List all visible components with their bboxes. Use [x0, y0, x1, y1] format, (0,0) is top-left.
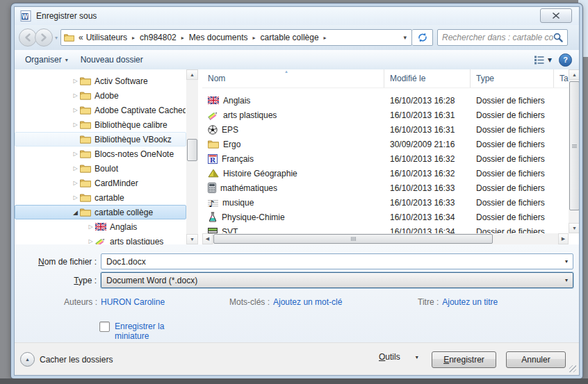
- scroll-right-button[interactable]: ▶: [558, 233, 569, 244]
- file-row-musique[interactable]: musique 16/10/2013 16:33 Dossier de fich…: [202, 195, 569, 210]
- column-header-name[interactable]: Nom ▲: [202, 69, 384, 87]
- expander-icon[interactable]: ▷: [71, 180, 80, 186]
- list-horizontal-scrollbar[interactable]: ◀ ▶: [202, 233, 569, 244]
- expander-icon[interactable]: ▷: [71, 107, 80, 113]
- tree-item-arts-plastiques[interactable]: ▷ arts plastiques: [15, 234, 186, 244]
- expander-icon[interactable]: ▷: [71, 92, 80, 99]
- breadcrumb-users[interactable]: Utilisateurs ▸: [86, 33, 140, 42]
- tree-item-blocs-notes-onenote[interactable]: ▷ Blocs-notes OneNote: [15, 147, 186, 161]
- save-button[interactable]: Enregistrer: [432, 351, 496, 368]
- search-input[interactable]: Rechercher dans : cartable coll...: [442, 33, 553, 42]
- expander-icon[interactable]: ▷: [71, 194, 80, 201]
- scroll-up-button[interactable]: ▲: [569, 69, 579, 80]
- browse-area: ▷ Activ Software ▷ Adobe ▷ Adobe Captiva…: [15, 69, 579, 244]
- tree-item-anglais[interactable]: ▷ Anglais: [15, 219, 186, 234]
- cancel-button[interactable]: Annuler: [506, 351, 566, 368]
- save-as-dialog: Enregistrer sous ▾ « Utilisat: [11, 3, 582, 378]
- scroll-down-button[interactable]: ▼: [186, 234, 198, 244]
- file-row-ergo[interactable]: Ergo 30/09/2009 21:16 Dossier de fichier…: [202, 137, 569, 151]
- filetype-select[interactable]: Document Word (*.docx) ▾: [101, 272, 573, 288]
- address-bar[interactable]: « Utilisateurs ▸ ch984802 ▸ Mes document…: [60, 29, 412, 46]
- file-row-francais[interactable]: Français 16/10/2013 16:32 Dossier de fic…: [202, 151, 569, 166]
- title-bar[interactable]: Enregistrer sous: [15, 7, 579, 26]
- expander-icon[interactable]: ▷: [71, 165, 80, 172]
- file-row-histoire-geographie[interactable]: Histoire Géographie 16/10/2013 16:32 Dos…: [202, 166, 569, 181]
- crumb-separator-icon[interactable]: ▸: [181, 35, 184, 41]
- crumb-separator-icon[interactable]: ▸: [132, 35, 135, 41]
- expander-icon[interactable]: ▷: [86, 224, 95, 230]
- expander-icon[interactable]: ▷: [71, 78, 80, 84]
- list-scrollbar-thumb[interactable]: [569, 81, 579, 210]
- file-rows: Anglais 16/10/2013 16:28 Dossier de fich…: [202, 93, 569, 233]
- crumb-separator-icon[interactable]: ▸: [253, 35, 256, 41]
- tree-item-adobe-captivate[interactable]: ▷ Adobe Captivate Cached Pro: [15, 103, 186, 117]
- collapsed-crumbs-chevron[interactable]: «: [79, 33, 83, 42]
- tree-item-bibliotheque-vbookz[interactable]: Bibliothèque VBookz: [15, 132, 186, 147]
- chevron-down-icon: ▾: [416, 354, 418, 360]
- scroll-down-button[interactable]: ▼: [569, 223, 579, 233]
- file-row-mathematiques[interactable]: mathématiques 16/10/2013 16:33 Dossier d…: [202, 181, 569, 195]
- save-options-pane: Nom de fichier : Doc1.docx ▾ Type : Docu…: [15, 244, 579, 344]
- tree-item-boulot[interactable]: ▷ Boulot: [15, 161, 186, 176]
- file-row-anglais[interactable]: Anglais 16/10/2013 16:28 Dossier de fich…: [202, 93, 569, 108]
- organize-button[interactable]: Organiser ▾: [19, 51, 74, 68]
- title-value[interactable]: Ajoutez un titre: [442, 297, 498, 307]
- forward-arrow-icon: [38, 32, 49, 43]
- background-bottom-strip: [0, 378, 588, 384]
- address-dropdown-icon[interactable]: ▾: [403, 34, 407, 41]
- letter-r-icon: [208, 154, 218, 164]
- tree-item-cartable-college[interactable]: ◢ cartable collège: [15, 205, 186, 219]
- expander-icon[interactable]: ▷: [71, 151, 80, 157]
- collapse-up-icon[interactable]: ▲: [20, 352, 35, 367]
- authors-value[interactable]: HURON Caroline: [101, 297, 165, 307]
- expander-icon[interactable]: ▷: [86, 238, 95, 244]
- chevron-down-icon[interactable]: ▾: [565, 277, 568, 283]
- tree-item-activ-software[interactable]: ▷ Activ Software: [15, 74, 186, 88]
- tree-item-cardminder[interactable]: ▷ CardMinder: [15, 176, 186, 190]
- folder-icon: [80, 76, 91, 85]
- filename-input[interactable]: Doc1.docx ▾: [101, 253, 573, 269]
- list-hscrollbar-thumb[interactable]: [213, 234, 493, 244]
- tree-scrollbar-thumb[interactable]: [187, 139, 197, 161]
- uk-flag-icon: [208, 97, 219, 104]
- change-view-button[interactable]: ▾: [534, 55, 552, 65]
- scroll-left-button[interactable]: ◀: [202, 233, 213, 244]
- scroll-up-button[interactable]: ▲: [186, 69, 198, 80]
- hide-folders-button[interactable]: ▲ Cacher les dossiers: [20, 352, 113, 367]
- recent-pages-dropdown[interactable]: ▾: [55, 35, 58, 41]
- chevron-down-icon[interactable]: ▾: [565, 258, 568, 265]
- resize-grip[interactable]: [569, 365, 576, 372]
- column-header-type[interactable]: Type: [471, 69, 554, 87]
- breadcrumb-user[interactable]: ch984802 ▸: [140, 33, 189, 42]
- breadcrumb-current-folder[interactable]: cartable collège ▸: [261, 33, 332, 42]
- expander-icon[interactable]: ◢: [71, 209, 80, 216]
- breadcrumb-documents[interactable]: Mes documents ▸: [189, 33, 261, 42]
- screen: Enregistrer sous ▾ « Utilisat: [0, 0, 588, 384]
- expander-icon[interactable]: ▷: [71, 122, 80, 128]
- folder-icon: [80, 208, 91, 217]
- word-app-icon: [20, 10, 31, 22]
- list-vertical-scrollbar[interactable]: ▲ ▼: [569, 69, 579, 233]
- folder-tree: ▷ Activ Software ▷ Adobe ▷ Adobe Captiva…: [15, 69, 186, 244]
- tools-menu-button[interactable]: Outils ▾: [379, 352, 418, 362]
- tree-item-adobe[interactable]: ▷ Adobe: [15, 88, 186, 103]
- refresh-button[interactable]: [412, 29, 433, 46]
- file-row-arts-plastiques[interactable]: arts plastiques 16/10/2013 16:31 Dossier…: [202, 108, 569, 122]
- file-row-svt[interactable]: SVT 16/10/2013 16:34 Dossier de fichiers: [202, 224, 569, 233]
- file-row-eps[interactable]: EPS 16/10/2013 16:31 Dossier de fichiers: [202, 122, 569, 137]
- search-box[interactable]: Rechercher dans : cartable coll...: [437, 29, 568, 46]
- crumb-separator-icon[interactable]: ▸: [324, 35, 327, 41]
- column-header-modified[interactable]: Modifié le: [384, 69, 471, 87]
- tree-scrollbar[interactable]: ▲ ▼: [186, 69, 198, 244]
- close-button[interactable]: [540, 8, 572, 23]
- save-thumbnail-label[interactable]: Enregistrer la miniature: [115, 322, 164, 341]
- save-thumbnail-checkbox[interactable]: [99, 322, 110, 332]
- tree-item-bibliotheque-calibre[interactable]: ▷ Bibliothèque calibre: [15, 117, 186, 132]
- tags-value[interactable]: Ajoutez un mot-clé: [273, 297, 342, 307]
- help-button[interactable]: ?: [559, 53, 572, 67]
- search-icon[interactable]: [553, 33, 563, 42]
- tree-item-cartable[interactable]: ▷ cartable: [15, 190, 186, 205]
- file-row-physique-chimie[interactable]: Physique-Chimie 16/10/2013 16:34 Dossier…: [202, 210, 569, 224]
- forward-button[interactable]: [35, 28, 53, 47]
- new-folder-button[interactable]: Nouveau dossier: [74, 51, 149, 68]
